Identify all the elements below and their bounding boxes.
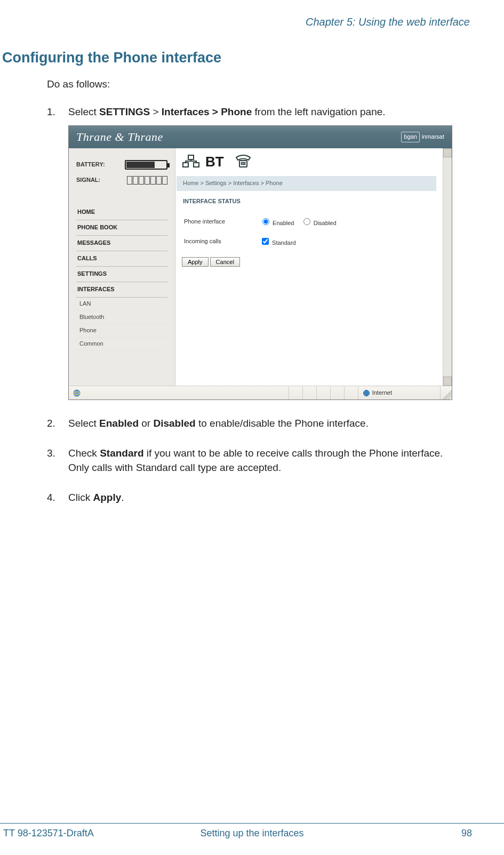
nav-calls[interactable]: CALLS xyxy=(76,251,167,267)
security-zone-text: Internet xyxy=(372,389,392,397)
bluetooth-icon[interactable]: BT xyxy=(205,154,229,170)
section-title: Configuring the Phone interface xyxy=(2,50,472,66)
signal-label: SIGNAL: xyxy=(76,176,100,185)
cancel-button[interactable]: Cancel xyxy=(210,257,240,267)
step1-settings: SETTINGS xyxy=(99,106,150,117)
svg-rect-1 xyxy=(183,163,188,167)
row-incoming-label: Incoming calls xyxy=(183,234,258,253)
step2-disabled: Disabled xyxy=(153,418,195,429)
step2-pre: Select xyxy=(68,418,99,429)
step4-post: . xyxy=(121,492,124,503)
partner-logos: bgan inmarsat xyxy=(401,132,444,142)
check-standard-text: Standard xyxy=(272,239,296,246)
banner: Thrane & Thrane bgan inmarsat xyxy=(69,126,452,148)
step2-post: to enable/disable the Phone interface. xyxy=(196,418,369,429)
svg-point-10 xyxy=(244,164,245,164)
breadcrumb: Home > Settings > Interfaces > Phone xyxy=(177,176,436,191)
scrollbar[interactable] xyxy=(443,148,452,386)
svg-point-6 xyxy=(243,162,243,163)
check-standard-label[interactable]: Standard xyxy=(260,239,296,246)
security-zone: Internet xyxy=(358,387,440,399)
nav-sub-bluetooth[interactable]: Bluetooth xyxy=(76,311,167,324)
browser-statusbar: Internet xyxy=(69,386,452,399)
nav-sub-common[interactable]: Common xyxy=(76,338,167,351)
step2-mid: or xyxy=(139,418,153,429)
icon-bar: BT xyxy=(175,148,443,175)
svg-point-8 xyxy=(241,164,242,164)
nav-sub-lan[interactable]: LAN xyxy=(76,298,167,311)
step-3: Check Standard if you want to be able to… xyxy=(47,446,451,475)
step4-apply: Apply xyxy=(93,492,121,503)
step1-path: Interfaces > Phone xyxy=(162,106,252,117)
panel-heading: INTERFACE STATUS xyxy=(183,197,436,206)
check-standard[interactable] xyxy=(262,238,269,245)
step2-enabled: Enabled xyxy=(99,418,139,429)
nav-settings[interactable]: SETTINGS xyxy=(76,267,167,282)
intro-text: Do as follows: xyxy=(47,77,451,92)
nav-phone-book[interactable]: PHONE BOOK xyxy=(76,220,167,236)
step1-pre: Select xyxy=(68,106,99,117)
battery-icon xyxy=(125,160,167,170)
svg-point-7 xyxy=(244,162,245,163)
radio-disabled[interactable] xyxy=(303,218,310,225)
svg-point-11 xyxy=(74,390,80,396)
svg-rect-0 xyxy=(188,155,194,159)
radio-enabled[interactable] xyxy=(262,218,269,225)
radio-disabled-text: Disabled xyxy=(314,220,337,226)
apply-button[interactable]: Apply xyxy=(182,257,209,267)
content-pane: BT Home > Settings > Interfaces > Phone … xyxy=(175,148,443,386)
ie-icon xyxy=(71,388,83,398)
step-4: Click Apply. xyxy=(47,490,451,505)
scroll-down-icon[interactable] xyxy=(443,377,452,386)
resize-grip-icon[interactable] xyxy=(440,387,452,399)
step3-standard: Standard xyxy=(100,448,143,459)
svg-rect-2 xyxy=(194,163,199,167)
step1-post: from the left navigation pane. xyxy=(252,106,385,117)
nav-messages[interactable]: MESSAGES xyxy=(76,236,167,251)
nav-home[interactable]: HOME xyxy=(76,205,167,220)
row-phone-interface-label: Phone interface xyxy=(183,214,258,233)
svg-point-9 xyxy=(243,164,243,164)
phone-icon[interactable] xyxy=(234,154,252,169)
radio-disabled-label[interactable]: Disabled xyxy=(301,220,337,226)
signal-icon xyxy=(127,176,167,185)
step-2: Select Enabled or Disabled to enable/dis… xyxy=(47,416,451,431)
globe-icon xyxy=(363,389,370,397)
scroll-up-icon[interactable] xyxy=(443,148,452,157)
nav-interfaces[interactable]: INTERFACES xyxy=(76,282,167,298)
radio-enabled-text: Enabled xyxy=(273,220,294,226)
svg-point-5 xyxy=(241,162,242,163)
brand-logo: Thrane & Thrane xyxy=(76,129,163,146)
logo-bgan: bgan xyxy=(401,132,419,142)
step1-sep1: > xyxy=(150,106,162,117)
radio-enabled-label[interactable]: Enabled xyxy=(260,220,294,226)
page-footer: TT 98-123571-DraftA Setting up the inter… xyxy=(0,823,504,839)
logo-inmarsat: inmarsat xyxy=(422,133,444,141)
footer-section: Setting up the interfaces xyxy=(0,828,504,839)
step3-pre: Check xyxy=(68,448,100,459)
lan-icon[interactable] xyxy=(182,154,200,169)
step4-pre: Click xyxy=(68,492,93,503)
chapter-header: Chapter 5: Using the web interface xyxy=(0,16,472,28)
left-sidebar: BATTERY: SIGNAL: HOME PHONE BOOK xyxy=(69,148,175,386)
svg-text:BT: BT xyxy=(205,154,224,170)
battery-label: BATTERY: xyxy=(76,161,105,169)
step-1: Select SETTINGS > Interfaces > Phone fro… xyxy=(47,105,451,401)
nav-sub-phone[interactable]: Phone xyxy=(76,324,167,338)
screenshot-web-interface: Thrane & Thrane bgan inmarsat BATTERY: xyxy=(68,125,452,400)
